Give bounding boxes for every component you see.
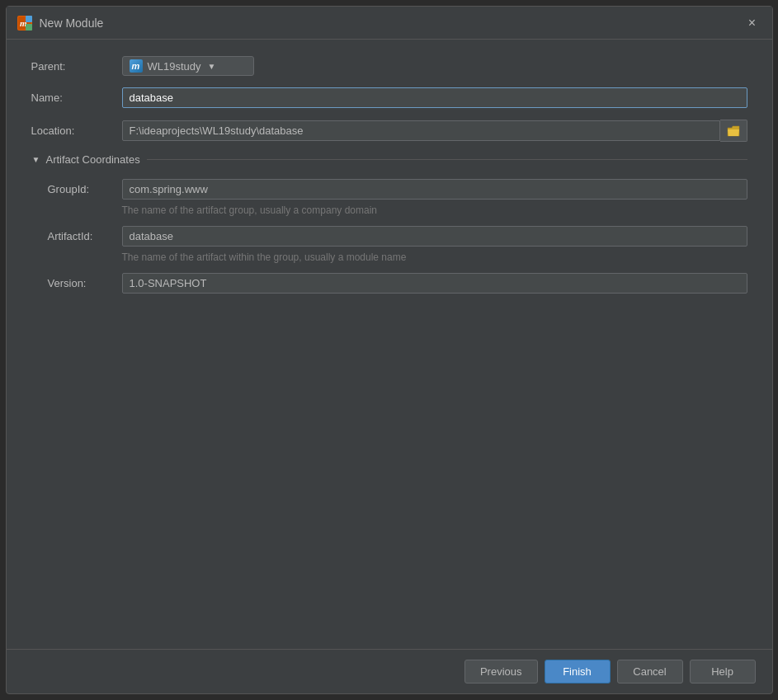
section-toggle[interactable]: ▼: [31, 155, 41, 165]
dropdown-arrow-icon: ▼: [208, 62, 216, 71]
artifact-id-row: ArtifactId:: [48, 226, 747, 247]
close-button[interactable]: ×: [743, 13, 762, 33]
artifact-section-header: ▼ Artifact Coordinates: [31, 153, 747, 166]
artifact-id-hint: The name of the artifact within the grou…: [48, 251, 747, 263]
group-id-label: GroupId:: [48, 179, 122, 195]
section-divider: [147, 159, 747, 160]
location-label: Location:: [31, 124, 122, 137]
artifact-form: GroupId: The name of the artifact group,…: [31, 179, 747, 294]
group-id-hint: The name of the artifact group, usually …: [48, 204, 747, 216]
dialog-body: Parent: m WL19study ▼ Name: Location:: [7, 40, 772, 649]
location-input[interactable]: [122, 120, 720, 141]
group-id-row: GroupId:: [48, 179, 747, 200]
name-label: Name:: [31, 92, 122, 104]
svg-rect-4: [26, 24, 32, 31]
group-id-control: [122, 179, 747, 200]
cancel-button[interactable]: Cancel: [617, 660, 683, 684]
title-bar: m New Module ×: [7, 7, 772, 40]
name-row: Name:: [31, 87, 747, 108]
folder-icon: [727, 125, 740, 137]
svg-rect-3: [26, 16, 32, 22]
dialog-icon: m: [17, 15, 33, 31]
version-label: Version:: [48, 273, 122, 289]
help-button[interactable]: Help: [690, 660, 756, 684]
finish-button[interactable]: Finish: [545, 660, 611, 684]
artifact-id-input[interactable]: [122, 226, 747, 247]
parent-row: Parent: m WL19study ▼: [31, 56, 747, 76]
parent-label: Parent:: [31, 60, 122, 73]
parent-dropdown[interactable]: m WL19study ▼: [122, 56, 254, 76]
version-row: Version:: [48, 273, 747, 294]
parent-value: WL19study: [148, 60, 201, 73]
version-input[interactable]: [122, 273, 747, 294]
new-module-dialog: m New Module × Parent: m WL19study ▼ Nam…: [6, 6, 773, 694]
previous-button[interactable]: Previous: [464, 660, 538, 684]
location-row: Location:: [31, 120, 747, 142]
dialog-footer: Previous Finish Cancel Help: [7, 649, 772, 693]
location-control: [122, 120, 747, 142]
group-id-input[interactable]: [122, 179, 747, 200]
artifact-id-control: [122, 226, 747, 247]
parent-control: m WL19study ▼: [122, 56, 747, 76]
dialog-title: New Module: [40, 16, 743, 30]
browse-button[interactable]: [720, 120, 747, 142]
artifact-section-title: Artifact Coordinates: [46, 153, 140, 166]
parent-module-icon: m: [130, 59, 143, 73]
artifact-id-label: ArtifactId:: [48, 226, 122, 242]
name-control: [122, 87, 747, 108]
name-input[interactable]: [122, 87, 747, 108]
version-control: [122, 273, 747, 294]
